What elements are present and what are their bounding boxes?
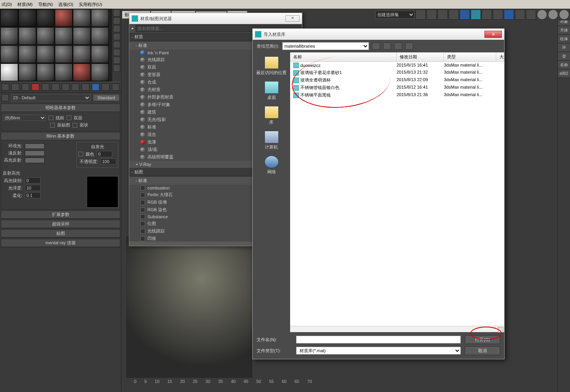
backlight-icon[interactable]	[113, 17, 120, 24]
toolbar-btn[interactable]	[471, 9, 481, 20]
toolbar-btn[interactable]	[504, 9, 514, 20]
ambient-swatch[interactable]	[25, 143, 45, 149]
column-headers[interactable]: 名称 修改日期 类型 大	[290, 52, 504, 62]
timeline[interactable]: 0510152025303540455055606570	[130, 378, 252, 385]
filetype-dropdown[interactable]: 材质库(*.mat)	[296, 347, 461, 355]
sample-type-icon[interactable]	[113, 9, 120, 17]
viewport[interactable]	[126, 236, 252, 378]
file-row[interactable]: duoweizcz2015/8/15 16:413dsMax material …	[290, 62, 504, 69]
specular-swatch[interactable]	[25, 158, 45, 163]
material-slot[interactable]	[19, 63, 36, 81]
toolbar-btn[interactable]	[493, 9, 503, 20]
material-slot[interactable]	[73, 9, 91, 27]
toolbar-btn[interactable]	[415, 9, 426, 20]
col-type[interactable]: 类型	[444, 52, 496, 61]
pick-icon[interactable]	[2, 94, 9, 101]
material-slot[interactable]	[73, 63, 91, 81]
file-row[interactable]: 不锈钢平面黑镜2015/8/13 21:363dsMax material li…	[290, 91, 504, 99]
material-slot[interactable]	[91, 9, 109, 27]
close-button[interactable]: ✕	[285, 15, 300, 22]
supersample-rollout[interactable]: 超级采样	[1, 220, 120, 228]
file-row[interactable]: 玻璃全透明酒杯2015/8/13 22:093dsMax material li…	[290, 76, 504, 84]
rollout-title[interactable]: 明暗器基本参数	[1, 104, 120, 112]
place-network[interactable]: 网络	[265, 156, 279, 175]
selection-set-dropdown[interactable]: 创建选择集	[375, 11, 415, 19]
material-slot[interactable]	[19, 9, 36, 27]
put-to-scene-icon[interactable]	[11, 84, 19, 91]
material-slot[interactable]	[0, 63, 18, 81]
material-slot[interactable]	[91, 27, 109, 45]
material-slot[interactable]	[19, 45, 36, 63]
rp-item[interactable]: 柱体	[558, 35, 570, 43]
preview-icon[interactable]	[113, 49, 120, 56]
go-parent-icon[interactable]	[102, 84, 109, 91]
toolbar-btn[interactable]	[438, 9, 448, 20]
dialog-titlebar[interactable]: 导入材质库 ✕	[253, 29, 504, 40]
speclevel-spinner[interactable]	[25, 177, 41, 184]
close-button[interactable]: ✕	[484, 31, 502, 38]
go-forward-icon[interactable]	[112, 84, 119, 91]
material-slot[interactable]	[73, 27, 91, 45]
shader-type-dropdown[interactable]: (B)Blinn	[3, 115, 46, 121]
reset-icon[interactable]	[32, 84, 39, 91]
place-recent[interactable]: 最近访问的位置	[256, 56, 287, 76]
rp-item[interactable]: 壶	[558, 52, 570, 61]
show-result-icon[interactable]	[92, 84, 99, 91]
material-type-button[interactable]: Standard	[93, 94, 119, 101]
mentalray-rollout[interactable]: mental ray 连接	[1, 239, 120, 247]
uv-tile-icon[interactable]	[113, 33, 120, 40]
rp-item[interactable]: 环	[558, 43, 570, 52]
gloss-spinner[interactable]	[25, 185, 41, 191]
menu-nav[interactable]: 导航(N)	[38, 2, 53, 7]
extended-rollout[interactable]: 扩展参数	[1, 211, 120, 219]
select-by-mat-icon[interactable]	[113, 65, 120, 72]
material-slot[interactable]	[55, 9, 73, 27]
material-slot[interactable]	[55, 63, 73, 81]
toolbar-btn[interactable]	[449, 9, 459, 20]
copy-icon[interactable]	[42, 84, 49, 91]
put-to-lib-icon[interactable]	[62, 84, 69, 91]
material-name-dropdown[interactable]: 23 - Default	[11, 94, 91, 101]
place-library[interactable]: 库	[265, 106, 279, 125]
material-slot[interactable]	[37, 27, 54, 45]
rollout-title[interactable]: Blinn 基本参数	[1, 132, 120, 140]
make-unique-icon[interactable]	[52, 84, 59, 91]
get-material-icon[interactable]	[2, 84, 9, 91]
menu-options[interactable]: 选项(O)	[58, 2, 73, 7]
filename-input[interactable]	[296, 336, 461, 344]
material-slot[interactable]	[0, 27, 18, 45]
material-slot[interactable]	[0, 9, 18, 27]
rp-item[interactable]: 方体	[558, 26, 570, 35]
col-date[interactable]: 修改日期	[397, 52, 444, 61]
file-row[interactable]: 玻璃镜子磨花非磨砂12015/8/13 21:323dsMax material…	[290, 69, 504, 76]
material-slot[interactable]	[0, 45, 18, 63]
show-map-icon[interactable]	[82, 84, 89, 91]
menu-util[interactable]: 实用程序(U)	[79, 2, 102, 7]
render-teapot-icon[interactable]	[537, 9, 547, 20]
material-slot[interactable]	[37, 63, 54, 81]
diffuse-swatch[interactable]	[25, 150, 45, 156]
newfolder-icon[interactable]	[394, 43, 402, 50]
toolbar-btn[interactable]	[427, 9, 437, 20]
faceted-checkbox[interactable]	[73, 123, 77, 128]
maps-rollout[interactable]: 贴图	[1, 230, 120, 238]
look-in-dropdown[interactable]: materiallibraries	[282, 42, 369, 50]
cancel-button[interactable]: 取消	[465, 346, 500, 355]
selfillum-spinner[interactable]	[97, 151, 112, 157]
material-slot[interactable]	[91, 63, 109, 81]
material-slot[interactable]	[19, 27, 36, 45]
facemap-checkbox[interactable]	[50, 123, 55, 128]
viewmenu-icon[interactable]	[405, 43, 413, 50]
open-button[interactable]: 打开(O)	[465, 335, 500, 344]
menu-material[interactable]: 材质(M)	[17, 2, 33, 7]
twosided-checkbox[interactable]	[67, 115, 71, 120]
material-slot[interactable]	[73, 45, 91, 63]
material-slot[interactable]	[37, 9, 54, 27]
toolbar-btn[interactable]	[515, 9, 525, 20]
toolbar-btn[interactable]	[526, 9, 536, 20]
mat-id-icon[interactable]	[72, 84, 79, 91]
col-name[interactable]: 名称	[290, 52, 397, 61]
place-computer[interactable]: 计算机	[265, 131, 279, 150]
soften-spinner[interactable]	[25, 192, 41, 199]
menu-d[interactable]: 式(D)	[2, 2, 12, 7]
